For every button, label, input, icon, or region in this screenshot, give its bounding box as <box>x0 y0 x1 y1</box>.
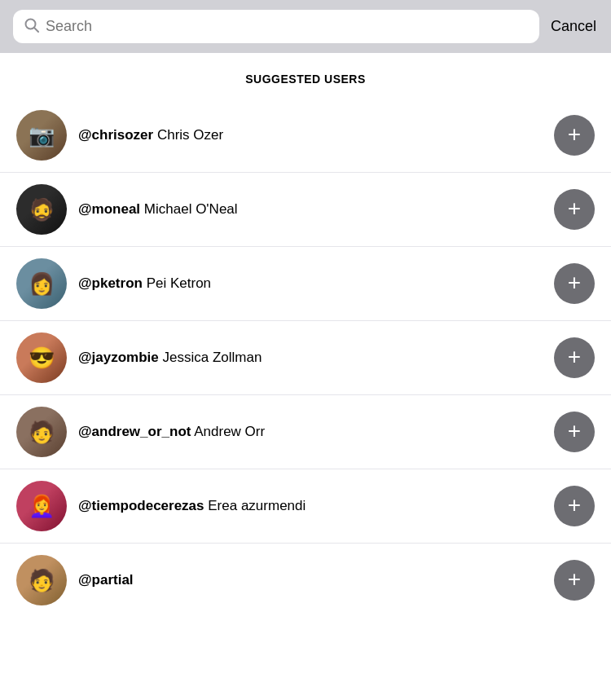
plus-icon: + <box>568 197 581 220</box>
avatar: 📷 <box>16 110 67 161</box>
avatar: 🧔 <box>16 184 67 235</box>
add-user-button[interactable]: + <box>554 189 595 230</box>
username: @pketron <box>78 275 143 291</box>
plus-icon: + <box>568 494 581 517</box>
plus-icon: + <box>568 568 581 591</box>
user-name-line: @partial <box>78 571 543 589</box>
display-name: Chris Ozer <box>157 127 223 143</box>
svg-line-1 <box>34 28 38 32</box>
user-name-line: @chrisozer Chris Ozer <box>78 126 543 144</box>
username: @tiempodecerezas <box>78 498 204 513</box>
username: @moneal <box>78 201 140 217</box>
user-info: @moneal Michael O'Neal <box>78 200 543 218</box>
search-icon <box>24 18 39 35</box>
plus-icon: + <box>568 420 581 442</box>
add-user-button[interactable]: + <box>554 412 595 452</box>
display-name: Andrew Orr <box>194 424 265 439</box>
list-item: 🧑 @andrew_or_not Andrew Orr + <box>0 395 611 469</box>
user-info: @jayzombie Jessica Zollman <box>78 349 543 367</box>
add-user-button[interactable]: + <box>554 337 595 378</box>
user-info: @andrew_or_not Andrew Orr <box>78 423 543 441</box>
user-info: @pketron Pei Ketron <box>78 275 543 293</box>
list-item: 😎 @jayzombie Jessica Zollman + <box>0 321 611 395</box>
user-name-line: @pketron Pei Ketron <box>78 275 543 293</box>
user-info: @tiempodecerezas Erea azurmendi <box>78 497 543 515</box>
avatar-image: 🧑 <box>16 555 67 605</box>
add-user-button[interactable]: + <box>554 486 595 526</box>
display-name: Erea azurmendi <box>208 498 306 513</box>
user-name-line: @jayzombie Jessica Zollman <box>78 349 543 367</box>
section-title: SUGGESTED USERS <box>0 53 611 99</box>
username: @andrew_or_not <box>78 424 191 439</box>
avatar-image: 👩 <box>16 258 67 309</box>
username: @chrisozer <box>78 127 153 143</box>
plus-icon: + <box>568 271 581 294</box>
plus-icon: + <box>568 123 581 146</box>
avatar-image: 😎 <box>16 332 67 383</box>
list-item: 👩‍🦰 @tiempodecerezas Erea azurmendi + <box>0 469 611 544</box>
header: Cancel <box>0 0 611 53</box>
avatar: 👩‍🦰 <box>16 481 67 531</box>
list-item: 🧑 @partial + <box>0 544 611 617</box>
avatar: 👩 <box>16 258 67 309</box>
user-list: 📷 @chrisozer Chris Ozer + 🧔 @moneal Mich… <box>0 99 611 617</box>
add-user-button[interactable]: + <box>554 263 595 304</box>
list-item: 🧔 @moneal Michael O'Neal + <box>0 173 611 247</box>
search-box <box>13 10 539 43</box>
user-name-line: @moneal Michael O'Neal <box>78 200 543 218</box>
add-user-button[interactable]: + <box>554 560 595 601</box>
search-input[interactable] <box>46 18 528 35</box>
avatar: 😎 <box>16 332 67 383</box>
list-item: 👩 @pketron Pei Ketron + <box>0 247 611 321</box>
user-name-line: @andrew_or_not Andrew Orr <box>78 423 543 441</box>
username: @partial <box>78 572 134 588</box>
user-info: @chrisozer Chris Ozer <box>78 126 543 144</box>
list-item: 📷 @chrisozer Chris Ozer + <box>0 99 611 173</box>
avatar: 🧑 <box>16 555 67 605</box>
avatar-image: 📷 <box>16 110 67 161</box>
plus-icon: + <box>568 346 581 368</box>
add-user-button[interactable]: + <box>554 115 595 156</box>
avatar-image: 🧔 <box>16 184 67 235</box>
user-info: @partial <box>78 571 543 589</box>
user-name-line: @tiempodecerezas Erea azurmendi <box>78 497 543 515</box>
display-name: Jessica Zollman <box>163 350 262 365</box>
avatar: 🧑 <box>16 407 67 457</box>
username: @jayzombie <box>78 350 159 365</box>
cancel-button[interactable]: Cancel <box>549 15 598 38</box>
avatar-image: 🧑 <box>16 407 67 457</box>
display-name: Michael O'Neal <box>144 201 238 217</box>
display-name: Pei Ketron <box>147 275 211 291</box>
avatar-image: 👩‍🦰 <box>16 481 67 531</box>
